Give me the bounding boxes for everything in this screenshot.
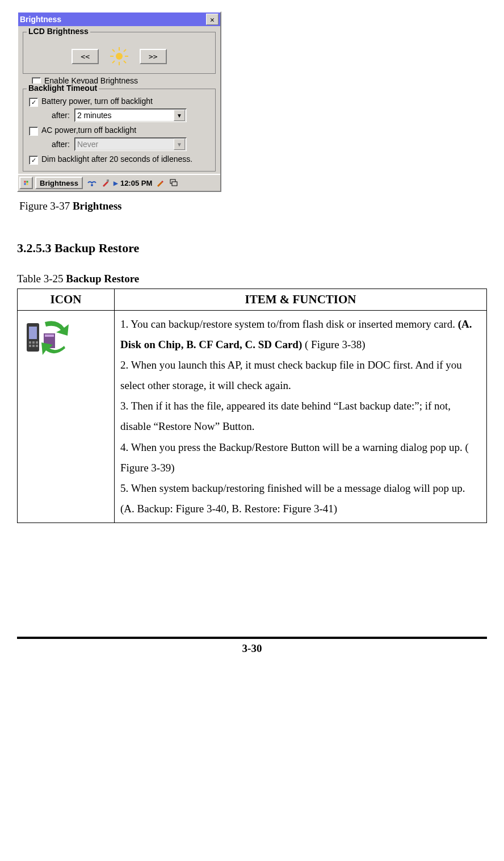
svg-rect-19 [29,341,31,344]
svg-rect-10 [27,181,28,183]
taskbar: Brightness ▶ 12:05 PM [18,174,220,191]
ac-backlight-checkbox[interactable] [29,127,38,136]
dim-backlight-checkbox[interactable] [29,156,38,165]
svg-line-6 [124,61,126,63]
battery-timeout-value: 2 minutes [77,111,112,120]
func-item-5: 5. When system backup/restoring finished… [120,478,481,519]
svg-point-13 [91,184,93,186]
ac-timeout-value: Never [77,140,98,149]
chevron-down-icon: ▼ [174,139,185,150]
svg-line-8 [112,61,115,63]
svg-rect-11 [24,183,26,185]
figure-caption-prefix: Figure 3-37 [19,200,73,212]
svg-line-5 [112,49,115,52]
battery-after-label: after: [52,111,70,120]
table-caption-prefix: Table 3-25 [17,273,66,285]
brightness-increase-button[interactable]: >> [140,49,167,64]
svg-rect-22 [29,345,31,347]
figure-caption: Figure 3-37 Brightness [19,200,487,212]
brightness-window: Brightness ✕ LCD Brightness << >> [17,11,221,192]
window-title: Brightness [20,15,61,24]
page-number: 3-30 [17,642,487,655]
tool-icon[interactable] [100,179,111,187]
svg-rect-20 [32,341,35,344]
network-icon[interactable] [86,179,98,187]
backlight-legend: Backlight Timeout [27,83,99,93]
brightness-decrease-button[interactable]: << [72,49,99,64]
table-caption: Table 3-25 Backup Restore [17,273,487,285]
battery-timeout-dropdown[interactable]: 2 minutes ▼ [74,108,187,122]
sun-icon [109,46,129,66]
table-caption-name: Backup Restore [66,273,139,285]
battery-backlight-checkbox[interactable] [29,98,38,107]
dim-backlight-label: Dim backlight after 20 seconds of idlene… [41,154,192,164]
ac-backlight-row[interactable]: AC power,turn off backlight [29,126,209,136]
dim-backlight-row[interactable]: Dim backlight after 20 seconds of idlene… [29,154,209,165]
ac-timeout-dropdown: Never ▼ [74,137,187,151]
func-item-1: 1. You can backup/restore system to/from… [120,314,481,355]
func-item-2: 2. When you launch this AP, it must chec… [120,355,481,396]
chevron-down-icon[interactable]: ▼ [174,110,185,121]
icon-cell [18,311,115,523]
clock: 12:05 PM [120,179,152,187]
svg-rect-14 [107,179,109,182]
figure-caption-name: Brightness [73,200,122,212]
section-heading: 3.2.5.3 Backup Restore [17,241,487,256]
backup-restore-table: ICON ITEM & FUNCTION [17,289,487,523]
table-header-icon: ICON [18,289,115,311]
func-item-4: 4. When you press the Backup/Restore But… [120,437,481,478]
table-header-function: ITEM & FUNCTION [115,289,487,311]
svg-rect-9 [24,181,26,183]
footer-rule [17,637,487,639]
battery-backlight-label: Battery power, turn off backlight [41,97,153,106]
windows-icon[interactable] [168,179,179,187]
lcd-legend: LCD Brightness [27,27,90,36]
start-button[interactable] [19,177,33,189]
titlebar: Brightness ✕ [18,12,220,26]
taskbar-app-label: Brightness [40,179,78,187]
svg-rect-18 [29,327,37,339]
backup-restore-icon [23,316,108,362]
system-tray: ▶ 12:05 PM [84,179,182,187]
svg-rect-23 [32,345,35,347]
svg-line-7 [124,49,126,52]
tray-arrow-icon[interactable]: ▶ [114,180,118,186]
svg-rect-16 [172,182,177,186]
svg-rect-24 [36,345,38,347]
ac-backlight-label: AC power,turn off backlight [41,126,136,135]
lcd-brightness-group: LCD Brightness << >> [23,32,216,74]
svg-rect-26 [45,335,54,337]
svg-rect-21 [36,341,38,344]
ac-after-label: after: [52,140,70,149]
svg-rect-12 [27,183,28,185]
svg-point-0 [116,53,123,60]
taskbar-app-button[interactable]: Brightness [35,177,83,189]
function-cell: 1. You can backup/restore system to/from… [115,311,487,523]
battery-backlight-row[interactable]: Battery power, turn off backlight [29,97,209,107]
close-icon[interactable]: ✕ [206,14,219,25]
func-item-3: 3. Then if it has the file, appeared its… [120,396,481,437]
pen-icon[interactable] [154,179,166,187]
backlight-timeout-group: Backlight Timeout Battery power, turn of… [23,89,216,172]
